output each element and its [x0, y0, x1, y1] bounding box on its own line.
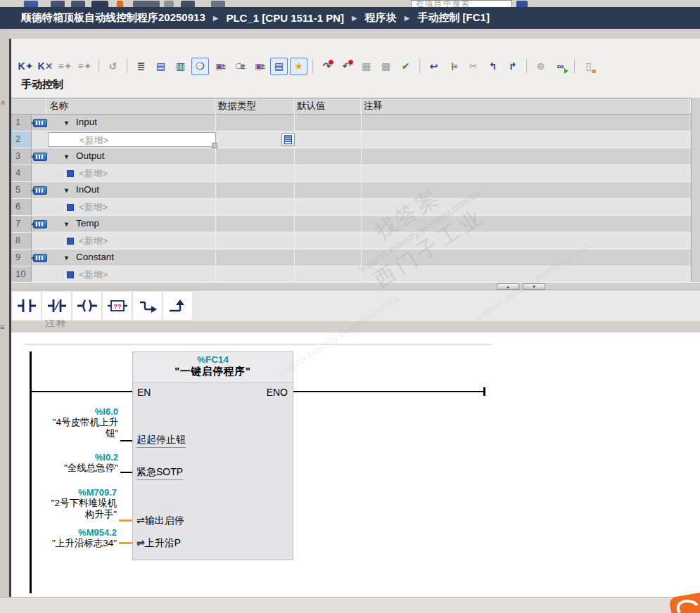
open-networks-icon[interactable]: ▥: [172, 58, 189, 75]
collapse-networks-icon[interactable]: ▤: [152, 58, 170, 75]
find-replace-icon[interactable]: ⊙: [532, 58, 549, 75]
favorites-toggle-icon[interactable]: ★: [290, 58, 307, 75]
pin-label-emergency[interactable]: 紧急SOTP: [136, 466, 183, 480]
toolbar-fragment-icon[interactable]: [117, 1, 123, 7]
table-row-constant[interactable]: 9 ▼ Constant: [11, 250, 700, 266]
operand-m709-7[interactable]: %M709.7 "2号下料堆垛机 构升手": [27, 487, 117, 520]
column-header-datatype[interactable]: 数据类型: [215, 98, 294, 114]
toolbar-fragment-icon[interactable]: [133, 1, 160, 7]
no-contact-button[interactable]: [11, 291, 42, 321]
left-pane-splitter[interactable]: ˄ ≡: [0, 29, 9, 597]
project-search-input[interactable]: 在项目中搜索: [411, 0, 512, 7]
breadcrumb-program-blocks[interactable]: 程序块: [365, 11, 397, 25]
pin-label-output-startstop[interactable]: ⇌输出启停: [136, 515, 184, 527]
section-name: Output: [76, 150, 105, 161]
block-name[interactable]: "一键启停程序": [133, 365, 293, 378]
splitter-up-button[interactable]: ▲: [497, 283, 519, 290]
collapse-triangle-icon[interactable]: ▼: [63, 187, 70, 194]
collapse-triangle-icon[interactable]: ▼: [63, 254, 70, 262]
monitoring-icon[interactable]: ∞: [552, 58, 569, 75]
toggle-comments-icon[interactable]: ❍: [191, 58, 209, 75]
collapse-triangle-icon[interactable]: ▼: [63, 153, 70, 160]
pin-label-start-stop[interactable]: 起起停止钮: [136, 434, 186, 448]
next-bookmark-icon[interactable]: ↱: [504, 58, 521, 75]
add-row-icon[interactable]: ≡✦: [76, 58, 94, 75]
toolbar-fragment-icon[interactable]: [24, 1, 38, 7]
search-button-icon[interactable]: [516, 1, 528, 7]
update-block-call-icon[interactable]: ▦: [357, 58, 375, 75]
know-how-protection-icon[interactable]: ▯: [580, 58, 597, 75]
block-operand[interactable]: %FC14: [133, 354, 293, 365]
empty-box-button[interactable]: ??: [102, 291, 132, 321]
datatype-picker-button[interactable]: [281, 133, 295, 146]
network-comment[interactable]: 注释: [45, 320, 66, 330]
splitter-handle-icon[interactable]: ≡: [0, 323, 4, 331]
table-row-add-entry[interactable]: 10 <新增>: [11, 266, 700, 283]
operand-i0-2[interactable]: %I0.2 "全线总急停": [28, 452, 118, 474]
prev-bookmark-icon[interactable]: ↰: [484, 58, 502, 75]
coil-button[interactable]: [72, 291, 102, 321]
toolbar-fragment-icon[interactable]: [164, 1, 174, 7]
operand-i6-0[interactable]: %I6.0 "4号皮带机上升 钮": [28, 406, 118, 439]
open-branch-button[interactable]: [132, 291, 163, 321]
insert-row-icon[interactable]: ≡✦: [56, 58, 74, 75]
breadcrumb-project[interactable]: 顺德特箱顶板自动线控制程序20250913: [21, 11, 205, 25]
header-spacer: [11, 98, 46, 114]
pane-splitter[interactable]: ▲ ▼: [11, 282, 700, 290]
table-row-output[interactable]: 3 ▼ Output: [11, 148, 700, 165]
reset-start-values-icon[interactable]: ↺: [104, 58, 122, 75]
table-row-add-entry[interactable]: 8 <新增>: [11, 233, 700, 250]
table-row-input[interactable]: 1 ▼ Input: [11, 115, 700, 131]
symbol-visibility-icon[interactable]: ▣±: [250, 58, 268, 75]
toolbar-fragment-icon[interactable]: [211, 1, 225, 7]
collapse-pane-icon[interactable]: ˄: [1, 98, 5, 107]
toolbar-fragment-icon[interactable]: [51, 1, 65, 7]
goto-next-error-icon[interactable]: ↷: [318, 58, 336, 75]
pin-label-rising-edge[interactable]: ⇌上升沿P: [136, 537, 181, 550]
operand-m954-2[interactable]: %M954.2 "上升沿标志34": [27, 527, 117, 549]
table-row-add-entry[interactable]: 6 <新增>: [11, 199, 700, 216]
table-row-add-entry[interactable]: 4 <新增>: [11, 165, 700, 182]
variable-icon: [67, 271, 74, 278]
absolute-operands-icon[interactable]: ▣±: [211, 58, 229, 75]
breadcrumb-plc[interactable]: PLC_1 [CPU 1511-1 PN]: [226, 12, 344, 24]
cell-resize-grip[interactable]: [212, 143, 217, 148]
toolbar-fragment-icon[interactable]: [71, 1, 85, 7]
toolbar-separator: [574, 59, 575, 73]
collapse-triangle-icon[interactable]: ▼: [63, 221, 70, 228]
table-row-inout[interactable]: 5 ▼ InOut: [11, 182, 700, 199]
nc-contact-button[interactable]: [42, 291, 72, 321]
symbol-info-toggle-icon[interactable]: ▤: [270, 58, 288, 75]
insert-operand-icon[interactable]: ∣≡: [445, 58, 462, 75]
column-header-default[interactable]: 默认值: [294, 98, 361, 114]
table-row-add-entry[interactable]: 2 <新增>: [11, 131, 700, 148]
column-header-comment[interactable]: 注释: [361, 98, 691, 114]
goto-prev-error-icon[interactable]: ↶: [338, 58, 355, 75]
toolbar-fragment-icon[interactable]: [181, 1, 195, 7]
table-row-temp[interactable]: 7 ▼ Temp: [11, 216, 700, 233]
add-entry-placeholder: <新增>: [79, 201, 108, 214]
branch-cross-icon[interactable]: ✂: [464, 58, 482, 75]
goto-network-icon[interactable]: ↩: [425, 58, 443, 75]
splitter-down-button[interactable]: ▼: [523, 283, 545, 290]
expand-all-networks-icon[interactable]: ≣: [132, 58, 150, 75]
column-header-name[interactable]: 名称: [46, 98, 215, 114]
block-header[interactable]: %FC14 "一键启停程序": [133, 352, 293, 383]
insert-network-icon[interactable]: K✦: [17, 58, 34, 75]
sync-block-call-icon[interactable]: ▩: [377, 58, 395, 75]
breadcrumb-block[interactable]: 手动控制 [FC1]: [417, 11, 490, 25]
fc14-call-block[interactable]: %FC14 "一键启停程序" EN ENO: [132, 351, 293, 560]
en-pin-label[interactable]: EN: [137, 387, 151, 398]
name-edit-cell[interactable]: <新增>: [48, 132, 216, 147]
comment-visibility-icon[interactable]: ❍±: [231, 58, 248, 75]
consistency-check-icon[interactable]: ✔: [397, 58, 414, 75]
collapse-triangle-icon[interactable]: ▼: [63, 120, 70, 127]
pin-wire-inout: [119, 520, 132, 522]
section-name: InOut: [76, 184, 99, 195]
toolbar-fragment-icon[interactable]: [91, 1, 108, 7]
delete-network-icon[interactable]: K✕: [37, 58, 54, 75]
toolbar-separator: [127, 59, 127, 73]
interface-section-icon: [33, 119, 47, 127]
close-branch-button[interactable]: [163, 291, 193, 321]
eno-pin-label[interactable]: ENO: [267, 387, 288, 398]
